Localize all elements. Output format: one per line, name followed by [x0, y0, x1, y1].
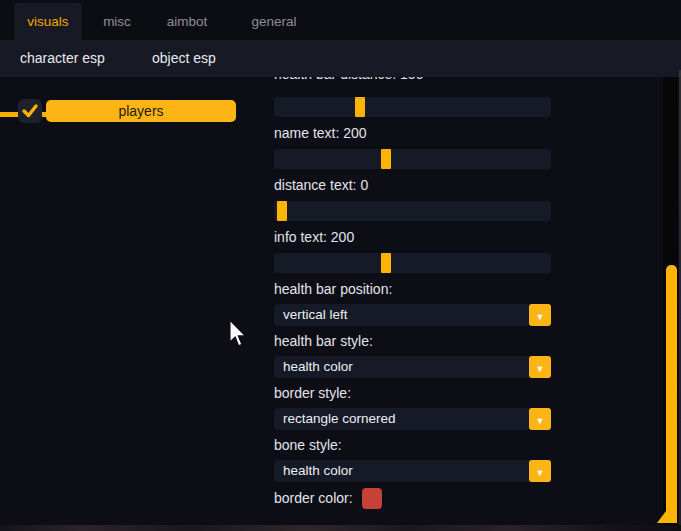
slider-distance-text[interactable]	[274, 201, 551, 221]
scrollbar-thumb[interactable]	[666, 265, 677, 523]
slider-info-text[interactable]	[274, 253, 551, 273]
dropdown-selected-value: health color	[283, 356, 353, 378]
background-scene-sliver	[0, 525, 681, 531]
tab-aimbot[interactable]: aimbot	[158, 3, 216, 40]
dropdown-bone-style[interactable]: health color ▼	[274, 460, 551, 482]
slider-label-distance-text: distance text: 0	[274, 177, 551, 195]
slider-handle[interactable]	[277, 201, 287, 221]
chevron-down-icon: ▼	[536, 468, 545, 478]
chevron-down-icon: ▼	[536, 364, 545, 374]
border-color-label: border color:	[274, 490, 353, 506]
top-tab-bar: visuals misc aimbot general	[0, 0, 681, 40]
dropdown-selected-value: health color	[283, 460, 353, 482]
dropdown-selected-value: rectangle cornered	[283, 408, 396, 430]
slider-label-info-text: info text: 200	[274, 229, 551, 247]
mouse-cursor	[228, 320, 248, 348]
tab-general[interactable]: general	[241, 3, 307, 40]
players-button[interactable]: players	[46, 100, 236, 122]
chevron-down-icon: ▼	[536, 312, 545, 322]
dropdown-health-bar-style[interactable]: health color ▼	[274, 356, 551, 378]
settings-panel: players health bar distance: 150 name te…	[0, 77, 681, 531]
dropdown-open-button[interactable]: ▼	[529, 460, 551, 482]
scrollbar-thumb-foot	[657, 511, 666, 523]
dropdown-selected-value: vertical left	[283, 304, 348, 326]
checkmark-icon	[21, 103, 39, 119]
chevron-down-icon: ▼	[536, 416, 545, 426]
dropdown-border-style[interactable]: rectangle cornered ▼	[274, 408, 551, 430]
dropdown-label-health-bar-position: health bar position:	[274, 281, 551, 299]
dropdown-open-button[interactable]: ▼	[529, 356, 551, 378]
dropdown-label-bone-style: bone style:	[274, 437, 551, 455]
subtab-object-esp[interactable]: object esp	[152, 40, 216, 77]
slider-handle[interactable]	[381, 253, 391, 273]
dropdown-label-border-style: border style:	[274, 385, 551, 403]
tab-misc[interactable]: misc	[88, 3, 146, 40]
slider-health-bar-distance[interactable]	[274, 97, 551, 117]
border-color-swatch[interactable]	[362, 488, 382, 509]
slider-handle[interactable]	[381, 149, 391, 169]
dropdown-open-button[interactable]: ▼	[529, 408, 551, 430]
players-checkbox[interactable]	[18, 99, 42, 123]
dropdown-label-health-bar-style: health bar style:	[274, 333, 551, 351]
tab-visuals[interactable]: visuals	[14, 3, 82, 40]
slider-name-text[interactable]	[274, 149, 551, 169]
dropdown-health-bar-position[interactable]: vertical left ▼	[274, 304, 551, 326]
border-color-row: border color:	[274, 487, 382, 509]
sub-tab-bar: character esp object esp	[0, 40, 681, 77]
slider-label-name-text: name text: 200	[274, 125, 551, 143]
subtab-character-esp[interactable]: character esp	[20, 40, 105, 77]
slider-label-health-bar-distance: health bar distance: 150	[274, 77, 551, 84]
dropdown-open-button[interactable]: ▼	[529, 304, 551, 326]
slider-handle[interactable]	[355, 97, 365, 117]
